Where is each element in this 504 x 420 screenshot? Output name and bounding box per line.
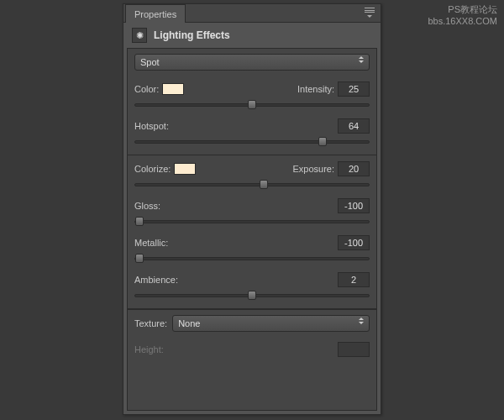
hotspot-slider[interactable]: [134, 136, 370, 148]
exposure-input[interactable]: 20: [338, 161, 370, 176]
panel-content: Spot Color: Intensity: 25 Hotspot: 64: [127, 48, 377, 411]
exposure-label: Exposure:: [292, 164, 334, 174]
colorize-swatch[interactable]: [174, 163, 196, 175]
intensity-input[interactable]: 25: [338, 81, 370, 97]
lighting-effects-icon: ✺: [132, 28, 147, 43]
exposure-slider[interactable]: [134, 179, 370, 191]
watermark: PS教程论坛 bbs.16XX8.COM: [428, 3, 497, 27]
intensity-label: Intensity:: [297, 84, 334, 94]
panel-menu-icon[interactable]: [364, 8, 375, 18]
height-input: [338, 342, 370, 357]
color-label: Color:: [134, 84, 159, 94]
metallic-input[interactable]: -100: [338, 235, 370, 250]
section-exposure: Colorize: Exposure: 20 Gloss: -100 Metal…: [128, 155, 376, 309]
section-color-intensity: Color: Intensity: 25 Hotspot: 64: [128, 76, 376, 155]
height-label: Height:: [134, 344, 164, 354]
ambience-slider[interactable]: [134, 290, 370, 302]
intensity-slider[interactable]: [134, 99, 370, 111]
metallic-label: Metallic:: [134, 238, 168, 248]
ambience-label: Ambience:: [134, 275, 178, 285]
texture-row: Texture: None: [128, 309, 376, 337]
colorize-label: Colorize:: [134, 164, 171, 174]
hotspot-input[interactable]: 64: [338, 118, 370, 134]
hotspot-label: Hotspot:: [134, 121, 169, 131]
texture-select[interactable]: None: [172, 315, 370, 332]
tab-bar: Properties: [123, 4, 381, 23]
metallic-slider[interactable]: [134, 253, 370, 265]
light-type-select[interactable]: Spot: [134, 54, 370, 71]
ambience-input[interactable]: 2: [338, 272, 370, 287]
color-swatch[interactable]: [162, 83, 184, 95]
height-row: Height:: [128, 337, 376, 362]
panel-header: ✺ Lighting Effects: [123, 23, 381, 48]
texture-label: Texture:: [134, 318, 167, 328]
panel-title: Lighting Effects: [154, 29, 230, 41]
properties-panel: Properties ✺ Lighting Effects Spot Color…: [123, 3, 381, 415]
tab-properties[interactable]: Properties: [125, 4, 186, 23]
gloss-input[interactable]: -100: [338, 198, 370, 213]
gloss-label: Gloss:: [134, 201, 160, 211]
select-arrows-icon: [359, 318, 364, 324]
select-arrows-icon: [359, 56, 364, 63]
gloss-slider[interactable]: [134, 216, 370, 228]
